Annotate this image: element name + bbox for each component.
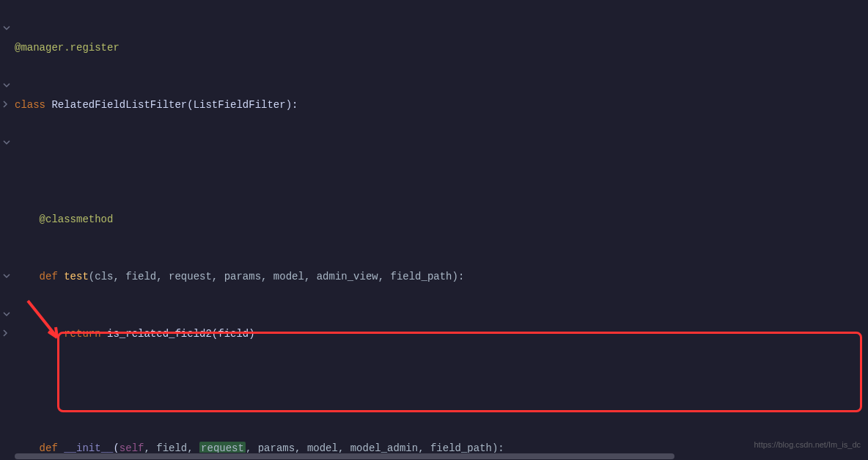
keyword-return: return bbox=[15, 328, 107, 340]
params: (cls, field, request, params, model, adm… bbox=[89, 271, 464, 282]
fold-icon[interactable] bbox=[2, 329, 11, 337]
keyword-def: def bbox=[15, 271, 64, 282]
call: is_related_field2(field) bbox=[107, 328, 255, 340]
fold-icon[interactable] bbox=[2, 271, 11, 280]
method-name: test bbox=[64, 271, 89, 282]
watermark-text: https://blog.csdn.net/Im_is_dc bbox=[754, 435, 861, 454]
code-editor[interactable]: @manager.register class RelatedFieldList… bbox=[0, 0, 868, 460]
code-content[interactable]: @manager.register class RelatedFieldList… bbox=[13, 0, 868, 460]
fold-icon[interactable] bbox=[2, 23, 11, 32]
fold-icon[interactable] bbox=[2, 81, 11, 90]
decorator: @manager.register bbox=[15, 42, 119, 54]
class-name: RelatedFieldListFilter(ListFieldFilter): bbox=[51, 99, 298, 111]
fold-gutter bbox=[0, 0, 13, 460]
keyword-class: class bbox=[15, 99, 51, 111]
decorator: @classmethod bbox=[15, 213, 113, 225]
horizontal-scrollbar[interactable] bbox=[0, 453, 868, 460]
fold-icon[interactable] bbox=[2, 310, 11, 318]
scrollbar-thumb[interactable] bbox=[15, 453, 674, 459]
fold-icon[interactable] bbox=[2, 138, 11, 147]
fold-icon[interactable] bbox=[2, 100, 11, 109]
